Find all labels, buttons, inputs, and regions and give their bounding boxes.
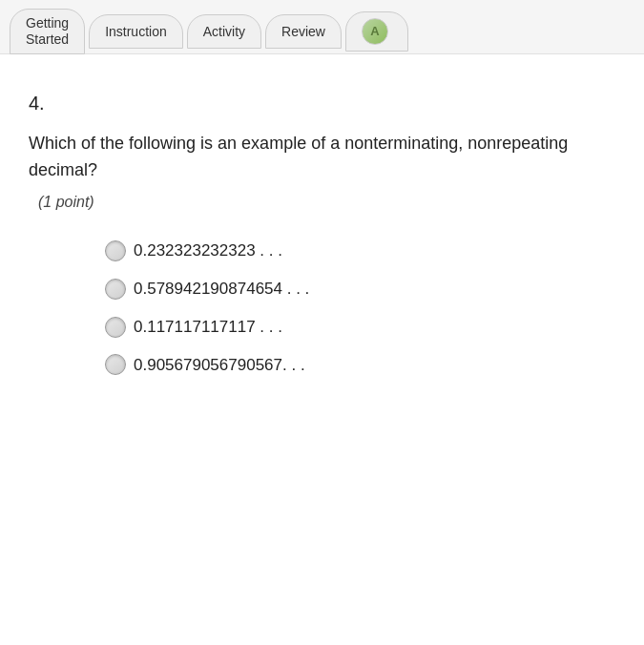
tab-activity-label: Activity [203,24,245,39]
option-4-label: 0.905679056790567. . . [134,354,305,377]
radio-button-4[interactable] [105,354,126,375]
tab-bar: GettingStarted Instruction Activity Revi… [0,0,644,54]
tab-instruction[interactable]: Instruction [89,14,183,49]
tab-avatar[interactable]: A [345,11,408,52]
avatar-icon: A [362,18,388,45]
options-container: 0.232323232323 . . . 0.578942190874654 .… [29,239,615,376]
question-number: 4. [29,93,615,114]
option-3-label: 0.117117117117 . . . [134,316,282,339]
avatar-label: A [370,24,379,38]
option-1[interactable]: 0.232323232323 . . . [105,239,615,262]
radio-button-1[interactable] [105,240,126,261]
tab-activity[interactable]: Activity [187,14,261,49]
tab-review-label: Review [281,24,325,39]
question-points: (1 point) [29,194,615,211]
tab-review[interactable]: Review [265,14,342,49]
radio-button-3[interactable] [105,317,126,338]
main-content: 4. Which of the following is an example … [0,54,644,406]
option-3[interactable]: 0.117117117117 . . . [105,316,615,339]
tab-getting-started[interactable]: GettingStarted [10,9,85,54]
radio-button-2[interactable] [105,279,126,300]
tab-getting-started-label: GettingStarted [26,15,69,48]
tab-instruction-label: Instruction [105,24,167,39]
option-2[interactable]: 0.578942190874654 . . . [105,278,615,301]
option-4[interactable]: 0.905679056790567. . . [105,354,615,377]
question-text: Which of the following is an example of … [29,130,615,185]
option-2-label: 0.578942190874654 . . . [134,278,309,301]
option-1-label: 0.232323232323 . . . [134,239,282,262]
